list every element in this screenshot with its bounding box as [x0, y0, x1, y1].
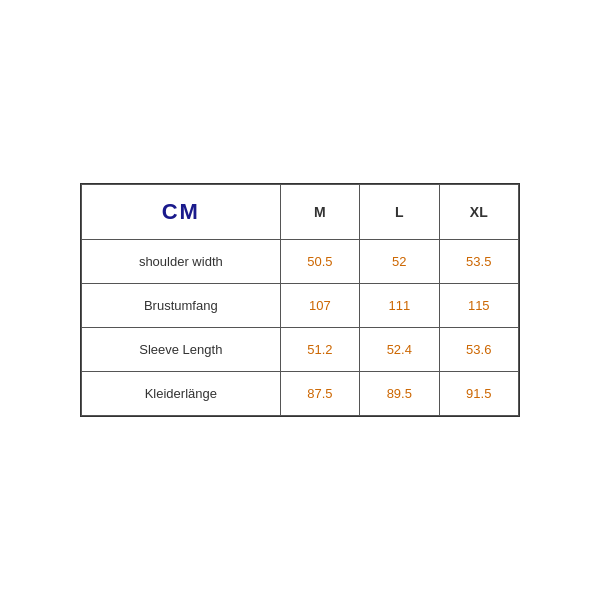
row-label: Sleeve Length: [82, 328, 281, 372]
l-header: L: [360, 185, 439, 240]
row-label: shoulder width: [82, 240, 281, 284]
xl-header: XL: [439, 185, 518, 240]
row-m-value: 50.5: [280, 240, 359, 284]
row-xl-value: 53.5: [439, 240, 518, 284]
row-xl-value: 53.6: [439, 328, 518, 372]
size-table: CM M L XL shoulder width50.55253.5Brustu…: [81, 184, 519, 416]
size-table-container: CM M L XL shoulder width50.55253.5Brustu…: [80, 183, 520, 417]
table-row: shoulder width50.55253.5: [82, 240, 519, 284]
row-l-value: 52.4: [360, 328, 439, 372]
row-m-value: 87.5: [280, 372, 359, 416]
row-label: Brustumfang: [82, 284, 281, 328]
m-header: M: [280, 185, 359, 240]
table-row: Brustumfang107111115: [82, 284, 519, 328]
row-l-value: 52: [360, 240, 439, 284]
row-m-value: 51.2: [280, 328, 359, 372]
row-l-value: 89.5: [360, 372, 439, 416]
table-header-row: CM M L XL: [82, 185, 519, 240]
row-label: Kleiderlänge: [82, 372, 281, 416]
row-l-value: 111: [360, 284, 439, 328]
row-xl-value: 115: [439, 284, 518, 328]
table-row: Sleeve Length51.252.453.6: [82, 328, 519, 372]
row-xl-value: 91.5: [439, 372, 518, 416]
table-row: Kleiderlänge87.589.591.5: [82, 372, 519, 416]
row-m-value: 107: [280, 284, 359, 328]
cm-header: CM: [82, 185, 281, 240]
